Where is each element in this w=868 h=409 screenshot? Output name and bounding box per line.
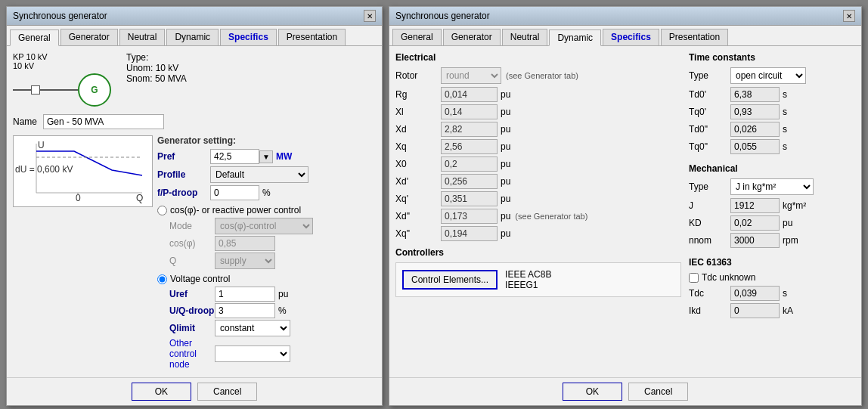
- tc-label-3: Tq0": [689, 141, 730, 152]
- mech-field-row-2: nnomrpm: [689, 233, 855, 248]
- right-cancel-button[interactable]: Cancel: [628, 383, 688, 401]
- cosq-input[interactable]: [215, 236, 275, 251]
- mode-select[interactable]: cos(φ)-control: [215, 218, 313, 234]
- rotor-note: (see Generator tab): [506, 71, 578, 80]
- right-dialog: Synchronous generator ✕ General Generato…: [389, 6, 862, 406]
- elec-input-0[interactable]: [441, 87, 498, 102]
- svg-text:U: U: [38, 140, 45, 150]
- chart-area: U dU = 0,600 kV 0 Q: [13, 135, 153, 209]
- tab-dynamic-left[interactable]: Dynamic: [166, 29, 219, 45]
- diagram-line1: KP 10 kV: [13, 52, 111, 61]
- pref-input[interactable]: [210, 149, 259, 164]
- uqdroop-input[interactable]: [215, 303, 275, 318]
- elec-input-3[interactable]: [441, 139, 498, 154]
- qlimit-label: Qlimit: [169, 323, 215, 333]
- left-close-button[interactable]: ✕: [364, 10, 376, 22]
- iec-input-0[interactable]: [730, 286, 780, 301]
- right-close-button[interactable]: ✕: [843, 10, 855, 22]
- tab-presentation-left[interactable]: Presentation: [278, 29, 346, 45]
- elec-label-0: Rg: [395, 89, 441, 100]
- other-label: Other control node: [169, 338, 215, 370]
- iec-input-1[interactable]: [730, 303, 780, 318]
- tc-unit-1: s: [783, 107, 787, 117]
- other-node-select[interactable]: [215, 345, 290, 362]
- iec-label-0: Tdc: [689, 288, 730, 299]
- elec-label-1: Xl: [395, 107, 441, 117]
- elec-label-3: Xq: [395, 141, 441, 152]
- right-dialog-title: Synchronous generator ✕: [389, 7, 861, 26]
- elec-input-4[interactable]: [441, 156, 498, 172]
- gen-type-info: Type: Unom: 10 kV Snom: 50 MVA: [126, 52, 187, 84]
- generator-circle: G: [78, 73, 111, 107]
- tc-input-2[interactable]: [730, 122, 780, 137]
- tab-neutral-right[interactable]: Neutral: [502, 29, 548, 45]
- tc-label-1: Tq0': [689, 107, 730, 117]
- tc-input-1[interactable]: [730, 104, 780, 119]
- profile-select[interactable]: Default: [210, 166, 308, 183]
- tc-input-3[interactable]: [730, 139, 780, 154]
- elec-unit-4: pu: [501, 159, 510, 169]
- right-ok-button[interactable]: OK: [563, 383, 622, 401]
- uref-input[interactable]: [215, 287, 275, 302]
- iec-field-row-0: Tdcs: [689, 286, 855, 301]
- iec-field-row-1: IkdkA: [689, 303, 855, 318]
- radio-voltage[interactable]: [157, 274, 167, 284]
- mech-field-row-0: Jkg*m²: [689, 198, 855, 213]
- mech-input-1[interactable]: [730, 215, 780, 231]
- elec-input-6[interactable]: [441, 191, 498, 206]
- name-input[interactable]: [43, 114, 164, 129]
- mech-input-0[interactable]: [730, 198, 780, 213]
- qlimit-select[interactable]: constant: [215, 320, 290, 336]
- elec-unit-7: pu: [501, 211, 510, 222]
- elec-input-8[interactable]: [441, 226, 498, 241]
- left-cancel-button[interactable]: Cancel: [197, 383, 257, 401]
- controller-name-0: IEEE AC8B: [505, 269, 551, 280]
- time-constants-section: Time constants Type open circuit Td0'sTq…: [689, 52, 855, 154]
- q-label: Q: [169, 256, 215, 266]
- fp-droop-label: f/P-droop: [157, 187, 210, 198]
- mech-input-2[interactable]: [730, 233, 780, 248]
- right-tab-bar: General Generator Neutral Dynamic Specif…: [389, 26, 861, 46]
- pref-arrow[interactable]: ▼: [259, 150, 273, 163]
- tc-type-select[interactable]: open circuit: [730, 67, 806, 84]
- settings-panel: Generator setting: Pref ▼ MW Profile Def…: [157, 135, 376, 371]
- voltage-chart: U dU = 0,600 kV 0 Q: [13, 135, 153, 207]
- tdc-unknown-row: Tdc unknown: [689, 272, 855, 283]
- tc-unit-2: s: [783, 124, 787, 135]
- right-panel: Time constants Type open circuit Td0'sTq…: [689, 52, 855, 371]
- tab-generator-left[interactable]: Generator: [60, 29, 118, 45]
- elec-input-2[interactable]: [441, 122, 498, 137]
- elec-input-5[interactable]: [441, 174, 498, 189]
- elec-unit-3: pu: [501, 141, 510, 152]
- elec-input-1[interactable]: [441, 104, 498, 119]
- tab-generator-right[interactable]: Generator: [443, 29, 501, 45]
- left-ok-button[interactable]: OK: [132, 383, 191, 401]
- tc-field-row-1: Tq0's: [689, 104, 855, 119]
- rotor-select[interactable]: round: [441, 67, 501, 84]
- tab-specifics-left[interactable]: Specifics: [220, 29, 277, 45]
- fp-droop-input[interactable]: [210, 185, 259, 200]
- left-tab-bar: General Generator Neutral Dynamic Specif…: [7, 26, 382, 46]
- tc-field-row-0: Td0's: [689, 87, 855, 102]
- mech-type-label: Type: [689, 181, 730, 192]
- left-dialog: Synchronous generator ✕ General Generato…: [6, 6, 383, 406]
- tab-specifics-right[interactable]: Specifics: [603, 29, 659, 45]
- q-select[interactable]: supply: [215, 253, 275, 269]
- elec-unit-6: pu: [501, 194, 510, 204]
- tab-general-right[interactable]: General: [392, 29, 442, 45]
- tab-dynamic-right[interactable]: Dynamic: [549, 29, 601, 46]
- radio-reactive[interactable]: [157, 206, 167, 215]
- tdc-unknown-checkbox[interactable]: [689, 273, 699, 283]
- elec-field-row-5: Xd'pu: [395, 174, 681, 189]
- controllers-section: Control Elements... IEEE AC8B IEEEG1: [395, 262, 681, 297]
- elec-field-row-4: X0pu: [395, 156, 681, 172]
- tab-neutral-left[interactable]: Neutral: [119, 29, 166, 45]
- tab-presentation-right[interactable]: Presentation: [661, 29, 728, 45]
- tab-general-left[interactable]: General: [10, 29, 59, 46]
- uref-label: Uref: [169, 289, 215, 299]
- tc-input-0[interactable]: [730, 87, 780, 102]
- control-elements-button[interactable]: Control Elements...: [402, 270, 498, 290]
- elec-field-row-8: Xq"pu: [395, 226, 681, 241]
- mech-type-select[interactable]: J in kg*m²: [730, 178, 814, 195]
- elec-input-7[interactable]: [441, 209, 498, 224]
